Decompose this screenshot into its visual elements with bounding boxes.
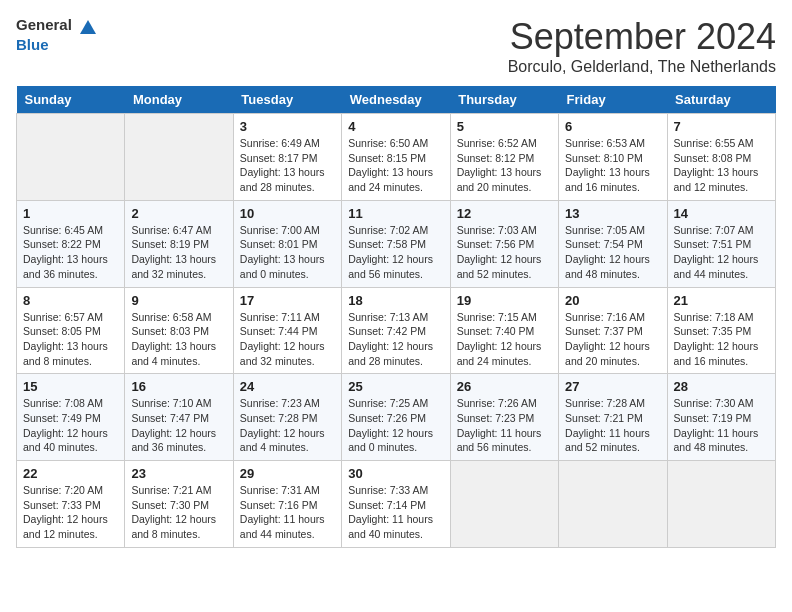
day-number: 23 (131, 466, 226, 481)
calendar-cell: 27 Sunrise: 7:28 AM Sunset: 7:21 PM Dayl… (559, 374, 667, 461)
calendar-cell (450, 461, 558, 548)
daylight-label: Daylight: 12 hours and 28 minutes. (348, 340, 433, 367)
calendar-cell (559, 461, 667, 548)
page-header: General Blue September 2024 Borculo, Gel… (16, 16, 776, 76)
sunset-label: Sunset: 7:40 PM (457, 325, 535, 337)
daylight-label: Daylight: 11 hours and 48 minutes. (674, 427, 759, 454)
calendar-cell: 21 Sunrise: 7:18 AM Sunset: 7:35 PM Dayl… (667, 287, 775, 374)
sunset-label: Sunset: 8:19 PM (131, 238, 209, 250)
sunset-label: Sunset: 7:26 PM (348, 412, 426, 424)
calendar-cell: 15 Sunrise: 7:08 AM Sunset: 7:49 PM Dayl… (17, 374, 125, 461)
day-number: 2 (131, 206, 226, 221)
day-number: 15 (23, 379, 118, 394)
sunrise-label: Sunrise: 6:55 AM (674, 137, 754, 149)
daylight-label: Daylight: 12 hours and 20 minutes. (565, 340, 650, 367)
day-info: Sunrise: 7:18 AM Sunset: 7:35 PM Dayligh… (674, 310, 769, 369)
sunrise-label: Sunrise: 7:10 AM (131, 397, 211, 409)
calendar-cell: 2 Sunrise: 6:47 AM Sunset: 8:19 PM Dayli… (125, 200, 233, 287)
sunset-label: Sunset: 7:47 PM (131, 412, 209, 424)
day-number: 27 (565, 379, 660, 394)
day-number: 17 (240, 293, 335, 308)
daylight-label: Daylight: 12 hours and 40 minutes. (23, 427, 108, 454)
sunset-label: Sunset: 8:01 PM (240, 238, 318, 250)
calendar-cell: 16 Sunrise: 7:10 AM Sunset: 7:47 PM Dayl… (125, 374, 233, 461)
sunset-label: Sunset: 8:22 PM (23, 238, 101, 250)
sunrise-label: Sunrise: 7:30 AM (674, 397, 754, 409)
daylight-label: Daylight: 13 hours and 24 minutes. (348, 166, 433, 193)
col-sunday: Sunday (17, 86, 125, 114)
calendar-cell: 14 Sunrise: 7:07 AM Sunset: 7:51 PM Dayl… (667, 200, 775, 287)
day-info: Sunrise: 7:20 AM Sunset: 7:33 PM Dayligh… (23, 483, 118, 542)
calendar-cell (17, 114, 125, 201)
calendar-cell: 4 Sunrise: 6:50 AM Sunset: 8:15 PM Dayli… (342, 114, 450, 201)
calendar-cell: 25 Sunrise: 7:25 AM Sunset: 7:26 PM Dayl… (342, 374, 450, 461)
sunrise-label: Sunrise: 6:47 AM (131, 224, 211, 236)
sunset-label: Sunset: 7:44 PM (240, 325, 318, 337)
calendar-table: Sunday Monday Tuesday Wednesday Thursday… (16, 86, 776, 548)
sunrise-label: Sunrise: 7:15 AM (457, 311, 537, 323)
daylight-label: Daylight: 13 hours and 8 minutes. (23, 340, 108, 367)
daylight-label: Daylight: 13 hours and 16 minutes. (565, 166, 650, 193)
sunrise-label: Sunrise: 6:58 AM (131, 311, 211, 323)
calendar-cell: 23 Sunrise: 7:21 AM Sunset: 7:30 PM Dayl… (125, 461, 233, 548)
title-block: September 2024 Borculo, Gelderland, The … (508, 16, 776, 76)
sunset-label: Sunset: 7:42 PM (348, 325, 426, 337)
daylight-label: Daylight: 11 hours and 56 minutes. (457, 427, 542, 454)
day-info: Sunrise: 7:25 AM Sunset: 7:26 PM Dayligh… (348, 396, 443, 455)
day-info: Sunrise: 7:00 AM Sunset: 8:01 PM Dayligh… (240, 223, 335, 282)
day-info: Sunrise: 6:55 AM Sunset: 8:08 PM Dayligh… (674, 136, 769, 195)
daylight-label: Daylight: 12 hours and 36 minutes. (131, 427, 216, 454)
sunset-label: Sunset: 7:16 PM (240, 499, 318, 511)
calendar-row-3: 8 Sunrise: 6:57 AM Sunset: 8:05 PM Dayli… (17, 287, 776, 374)
daylight-label: Daylight: 13 hours and 32 minutes. (131, 253, 216, 280)
col-friday: Friday (559, 86, 667, 114)
day-number: 4 (348, 119, 443, 134)
calendar-row-1: 3 Sunrise: 6:49 AM Sunset: 8:17 PM Dayli… (17, 114, 776, 201)
day-number: 13 (565, 206, 660, 221)
sunrise-label: Sunrise: 6:53 AM (565, 137, 645, 149)
daylight-label: Daylight: 13 hours and 0 minutes. (240, 253, 325, 280)
sunrise-label: Sunrise: 7:25 AM (348, 397, 428, 409)
day-number: 20 (565, 293, 660, 308)
day-info: Sunrise: 6:53 AM Sunset: 8:10 PM Dayligh… (565, 136, 660, 195)
daylight-label: Daylight: 12 hours and 52 minutes. (457, 253, 542, 280)
day-info: Sunrise: 7:28 AM Sunset: 7:21 PM Dayligh… (565, 396, 660, 455)
sunrise-label: Sunrise: 7:26 AM (457, 397, 537, 409)
sunset-label: Sunset: 7:51 PM (674, 238, 752, 250)
sunset-label: Sunset: 7:33 PM (23, 499, 101, 511)
calendar-row-4: 15 Sunrise: 7:08 AM Sunset: 7:49 PM Dayl… (17, 374, 776, 461)
col-tuesday: Tuesday (233, 86, 341, 114)
day-info: Sunrise: 7:15 AM Sunset: 7:40 PM Dayligh… (457, 310, 552, 369)
calendar-cell: 7 Sunrise: 6:55 AM Sunset: 8:08 PM Dayli… (667, 114, 775, 201)
day-info: Sunrise: 6:58 AM Sunset: 8:03 PM Dayligh… (131, 310, 226, 369)
day-number: 16 (131, 379, 226, 394)
sunset-label: Sunset: 8:05 PM (23, 325, 101, 337)
daylight-label: Daylight: 13 hours and 28 minutes. (240, 166, 325, 193)
day-info: Sunrise: 6:47 AM Sunset: 8:19 PM Dayligh… (131, 223, 226, 282)
logo-text: General Blue (16, 16, 98, 53)
calendar-cell: 29 Sunrise: 7:31 AM Sunset: 7:16 PM Dayl… (233, 461, 341, 548)
daylight-label: Daylight: 12 hours and 8 minutes. (131, 513, 216, 540)
calendar-cell: 28 Sunrise: 7:30 AM Sunset: 7:19 PM Dayl… (667, 374, 775, 461)
sunset-label: Sunset: 7:30 PM (131, 499, 209, 511)
sunset-label: Sunset: 7:35 PM (674, 325, 752, 337)
calendar-cell: 6 Sunrise: 6:53 AM Sunset: 8:10 PM Dayli… (559, 114, 667, 201)
day-info: Sunrise: 7:31 AM Sunset: 7:16 PM Dayligh… (240, 483, 335, 542)
sunset-label: Sunset: 8:08 PM (674, 152, 752, 164)
sunrise-label: Sunrise: 7:23 AM (240, 397, 320, 409)
calendar-row-2: 1 Sunrise: 6:45 AM Sunset: 8:22 PM Dayli… (17, 200, 776, 287)
sunrise-label: Sunrise: 6:45 AM (23, 224, 103, 236)
col-wednesday: Wednesday (342, 86, 450, 114)
sunset-label: Sunset: 8:17 PM (240, 152, 318, 164)
day-number: 11 (348, 206, 443, 221)
day-number: 7 (674, 119, 769, 134)
calendar-cell: 17 Sunrise: 7:11 AM Sunset: 7:44 PM Dayl… (233, 287, 341, 374)
daylight-label: Daylight: 12 hours and 12 minutes. (23, 513, 108, 540)
logo-triangle-icon (78, 16, 98, 36)
day-info: Sunrise: 7:08 AM Sunset: 7:49 PM Dayligh… (23, 396, 118, 455)
day-number: 1 (23, 206, 118, 221)
month-year-title: September 2024 (508, 16, 776, 58)
sunrise-label: Sunrise: 6:49 AM (240, 137, 320, 149)
day-number: 26 (457, 379, 552, 394)
day-info: Sunrise: 7:02 AM Sunset: 7:58 PM Dayligh… (348, 223, 443, 282)
